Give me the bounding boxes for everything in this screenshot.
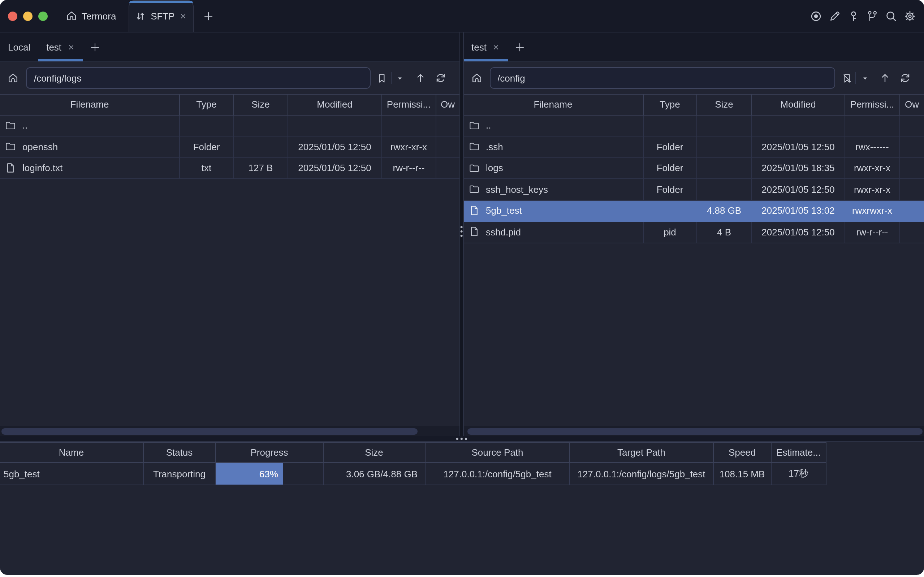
panel-splitter[interactable] [459,32,463,436]
modified-cell: 2025/01/05 12:50 [288,158,382,178]
column-header[interactable]: Permissi... [845,95,900,114]
file-row[interactable]: .. [0,115,459,137]
column-header[interactable]: Size [323,443,426,462]
column-header[interactable]: Progress [216,443,323,462]
scrollbar-thumb[interactable] [467,428,922,434]
name-cell: 5gb_test [0,463,144,485]
folder-icon [469,141,480,153]
owner-cell [900,179,924,200]
home-icon[interactable] [6,72,20,84]
minimize-button[interactable] [23,11,32,21]
caret-down-icon[interactable] [858,74,872,82]
column-header[interactable]: Permissi... [382,95,436,114]
path-input[interactable] [26,67,370,89]
column-header[interactable]: Filename [463,95,643,114]
progress-bar: 63% [216,463,283,485]
column-header[interactable]: Modified [288,95,382,114]
column-header[interactable]: Type [643,95,697,114]
file-row[interactable]: ssh_host_keysFolder2025/01/05 12:50rwxr-… [463,179,924,200]
refresh-icon[interactable] [898,72,913,84]
file-row[interactable]: loginfo.txttxt127 B2025/01/05 12:50rw-r-… [0,158,459,179]
add-tab-button[interactable] [83,32,107,61]
app-window: Termora SFTP [0,0,924,575]
column-header[interactable]: Size [234,95,288,114]
add-tab-button[interactable] [508,32,532,61]
new-tab-button[interactable] [198,0,219,32]
filename-label: 5gb_test [486,205,522,216]
scrollbar-thumb[interactable] [2,428,418,434]
home-icon[interactable] [469,72,484,84]
tab-sftp[interactable]: SFTP [128,0,193,32]
path-input[interactable] [489,67,835,89]
refresh-icon[interactable] [433,72,448,84]
traffic-lights [0,0,48,32]
column-header[interactable]: Speed [713,443,772,462]
right-table-header: FilenameTypeSizeModifiedPermissi...Ow [463,94,924,115]
tab-termora[interactable]: Termora [66,0,116,32]
filename-label: ssh_host_keys [486,184,548,195]
filename-cell: .. [463,115,643,136]
key-icon[interactable] [847,10,860,23]
filename-cell: openssh [0,137,180,157]
type-cell [180,115,234,136]
column-header[interactable]: Status [144,443,216,462]
caret-down-icon[interactable] [393,74,407,82]
filename-cell: 5gb_test [463,200,643,221]
record-icon[interactable] [809,10,822,23]
file-icon [469,205,480,217]
column-header[interactable]: Ow [900,95,924,114]
close-tab-icon[interactable] [179,12,187,20]
file-row[interactable]: .. [463,115,924,137]
column-header[interactable]: Modified [752,95,845,114]
right-table-body: ...sshFolder2025/01/05 12:50rwx------log… [463,115,924,426]
column-header[interactable]: Name [0,443,144,462]
app-tab-label: Termora [82,10,116,21]
arrow-up-icon[interactable] [878,72,892,84]
folder-icon [469,184,480,195]
file-row[interactable]: logsFolder2025/01/05 18:35rwxr-xr-x [463,158,924,179]
close-tab-icon[interactable] [67,43,75,51]
close-tab-icon[interactable] [492,43,500,51]
zoom-button[interactable] [38,11,48,21]
filename-label: logs [486,163,503,174]
column-header[interactable]: Size [697,95,752,114]
file-row[interactable]: opensshFolder2025/01/05 12:50rwxr-xr-x [0,137,459,158]
column-header[interactable]: Source Path [426,443,570,462]
tab-test-left[interactable]: test [38,32,83,61]
column-header[interactable]: Ow [436,95,459,114]
file-row[interactable]: .sshFolder2025/01/05 12:50rwx------ [463,137,924,158]
size-cell [234,115,288,136]
permissions-cell: rwxr-xr-x [845,179,900,200]
edit-icon[interactable] [828,10,841,23]
tab-local[interactable]: Local [0,32,38,61]
bookmark-icon[interactable] [374,73,389,84]
search-icon[interactable] [884,10,897,23]
branch-icon[interactable] [866,10,879,23]
transfer-table-header: NameStatusProgressSizeSource PathTarget … [0,442,826,463]
column-header[interactable]: Type [180,95,234,114]
left-path-tools [374,72,453,84]
owner-cell [900,222,924,242]
right-panel-tabs: test [463,32,924,62]
transfer-splitter[interactable] [0,436,924,442]
owner-cell [436,158,459,178]
transfer-row[interactable]: 5gb_testTransporting63%3.06 GB/4.88 GB12… [0,463,826,485]
arrow-up-icon[interactable] [413,72,427,84]
modified-cell: 2025/01/05 18:35 [752,158,845,178]
bookmark-slash-icon[interactable] [840,73,854,84]
filename-cell: sshd.pid [463,222,643,242]
column-header[interactable]: Estimate... [772,443,826,462]
folder-icon [5,120,17,131]
titlebar-actions [809,0,924,32]
column-header[interactable]: Target Path [570,443,713,462]
file-row[interactable]: 5gb_test4.88 GB2025/01/05 13:02rwxrwxr-x [463,200,924,222]
owner-cell [900,158,924,178]
file-row[interactable]: sshd.pidpid4 B2025/01/05 12:50rw-r--r-- [463,222,924,243]
filename-label: .. [486,120,491,131]
settings-icon[interactable] [903,10,916,23]
tab-test-right[interactable]: test [463,32,508,61]
permissions-cell: rwxrwxr-x [845,200,900,221]
column-header[interactable]: Filename [0,95,180,114]
modified-cell: 2025/01/05 12:50 [752,222,845,242]
close-button[interactable] [8,11,17,21]
